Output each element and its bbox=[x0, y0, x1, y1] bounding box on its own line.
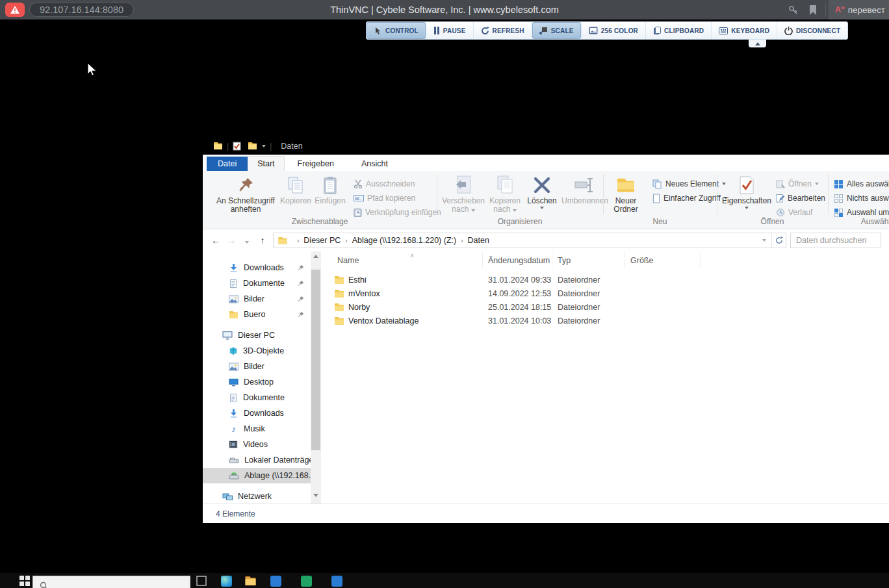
refresh-address-button[interactable] bbox=[771, 233, 786, 248]
column-header-name[interactable]: Name bbox=[321, 251, 483, 268]
new-item-button[interactable]: Neues Element bbox=[652, 177, 726, 190]
breadcrumb[interactable]: › Dieser PC › Ablage (\\192.168.1.220) (… bbox=[273, 233, 786, 248]
column-header-date[interactable]: Änderungsdatum bbox=[483, 251, 552, 268]
color-button[interactable]: 256 COLOR bbox=[582, 22, 646, 39]
pin-to-quick-access-button[interactable]: An Schnellzugriff anheften bbox=[214, 173, 277, 214]
easy-access-icon bbox=[652, 194, 660, 203]
crumb-dieser-pc[interactable]: Dieser PC bbox=[303, 236, 341, 245]
open-button[interactable]: Öffnen bbox=[776, 177, 819, 190]
power-icon bbox=[784, 27, 793, 35]
warning-badge-icon[interactable] bbox=[5, 3, 25, 17]
ribbon: An Schnellzugriff anheften Kopieren Einf… bbox=[203, 171, 889, 229]
pin-icon bbox=[297, 296, 304, 303]
recent-locations-button[interactable] bbox=[239, 235, 255, 246]
scroll-down-arrow[interactable] bbox=[311, 491, 321, 500]
bookmark-icon[interactable] bbox=[803, 3, 823, 17]
select-none-button[interactable]: Nichts auswählen bbox=[834, 192, 889, 205]
move-to-button[interactable]: Verschieben nach bbox=[442, 173, 485, 214]
mouse-icon bbox=[374, 27, 382, 35]
sidebar-item-desktop[interactable]: Desktop bbox=[203, 374, 311, 390]
tab-start[interactable]: Start bbox=[248, 156, 284, 171]
sidebar-item-3d-objekte[interactable]: 3D-Objekte bbox=[203, 343, 311, 359]
sidebar-item-downloads-quick[interactable]: Downloads bbox=[203, 260, 311, 275]
group-label-clipboard: Zwischenablage bbox=[203, 217, 437, 226]
crumb-daten[interactable]: Daten bbox=[468, 236, 489, 245]
sidebar-item-videos[interactable]: Videos bbox=[203, 437, 311, 452]
key-icon[interactable] bbox=[784, 3, 803, 17]
group-separator bbox=[437, 174, 437, 214]
tab-ansicht[interactable]: Ansicht bbox=[352, 157, 397, 171]
path-icon: W.. bbox=[354, 194, 364, 202]
cut-button[interactable]: Ausschneiden bbox=[354, 177, 415, 190]
select-all-button[interactable]: Alles auswählen bbox=[834, 177, 889, 190]
search-input[interactable] bbox=[790, 233, 881, 248]
edit-button[interactable]: Bearbeiten bbox=[776, 192, 825, 205]
desktop-icon bbox=[229, 377, 238, 387]
forward-button[interactable]: → bbox=[224, 235, 239, 246]
sidebar-item-lokaler-datentraeger[interactable]: Lokaler Datenträger bbox=[203, 452, 311, 468]
scrollbar-thumb[interactable] bbox=[311, 270, 320, 450]
column-header-type[interactable]: Typ bbox=[552, 251, 625, 268]
app-icon[interactable] bbox=[331, 576, 342, 587]
scale-button[interactable]: SCALE bbox=[532, 22, 582, 39]
address-bar[interactable]: 92.107.16.144:8080 bbox=[29, 3, 134, 17]
column-header-size[interactable]: Größe bbox=[625, 251, 701, 268]
excel-icon[interactable] bbox=[301, 576, 312, 587]
sidebar-item-dokumente[interactable]: Dokumente bbox=[203, 390, 311, 405]
back-button[interactable]: ← bbox=[208, 235, 224, 246]
sidebar-item-netzwerk[interactable]: Netzwerk bbox=[203, 489, 311, 504]
up-button[interactable]: ↑ bbox=[255, 235, 270, 246]
download-arrow-icon bbox=[229, 263, 238, 273]
tab-freigeben[interactable]: Freigeben bbox=[289, 157, 343, 171]
crumb-ablage[interactable]: Ablage (\\192.168.1.220) (Z:) bbox=[352, 236, 457, 245]
sidebar-item-bilder[interactable]: Bilder bbox=[203, 359, 311, 374]
copy-path-button[interactable]: W.. Pfad kopieren bbox=[354, 192, 415, 205]
copy-to-button[interactable]: Kopieren nach bbox=[486, 173, 524, 214]
explorer-titlebar[interactable]: | | Daten bbox=[203, 137, 889, 155]
copy-button[interactable]: Kopieren bbox=[278, 173, 313, 205]
paste-button[interactable]: Einfügen bbox=[312, 173, 348, 205]
folder-icon bbox=[334, 275, 344, 285]
search-icon bbox=[40, 582, 48, 588]
sidebar-item-bilder-quick[interactable]: Bilder bbox=[203, 291, 311, 307]
edge-browser-icon[interactable] bbox=[221, 576, 232, 587]
rename-button[interactable]: Umbenennen bbox=[560, 173, 610, 205]
file-explorer-icon[interactable] bbox=[244, 576, 257, 586]
new-folder-quick-icon[interactable] bbox=[248, 142, 257, 150]
tab-datei[interactable]: Datei bbox=[207, 157, 248, 171]
clipboard-button[interactable]: CLIPBOARD bbox=[646, 22, 712, 39]
sidebar-item-dokumente-quick[interactable]: Dokumente bbox=[203, 275, 311, 291]
control-button[interactable]: CONTROL bbox=[367, 22, 426, 39]
divider: | bbox=[227, 142, 229, 151]
toolbar-collapse-tab[interactable] bbox=[749, 40, 766, 47]
group-label-organize: Organisieren bbox=[437, 217, 603, 226]
properties-button[interactable]: Eigenschaften bbox=[723, 173, 771, 209]
refresh-button[interactable]: REFRESH bbox=[474, 22, 532, 39]
task-view-button[interactable] bbox=[196, 576, 207, 586]
disconnect-button[interactable]: DISCONNECT bbox=[777, 22, 847, 39]
taskbar-search-box[interactable] bbox=[32, 576, 190, 588]
folder-icon bbox=[616, 177, 636, 194]
invert-selection-icon bbox=[834, 208, 844, 218]
sidebar-scrollbar[interactable] bbox=[311, 251, 321, 504]
properties-quick-icon[interactable] bbox=[233, 142, 241, 151]
scroll-up-arrow[interactable] bbox=[311, 251, 321, 261]
chevron-down-icon[interactable] bbox=[262, 145, 266, 147]
start-button[interactable] bbox=[19, 576, 30, 586]
sidebar-item-buero-quick[interactable]: Buero bbox=[203, 307, 311, 322]
pause-button[interactable]: PAUSE bbox=[426, 22, 474, 39]
keyboard-button[interactable]: KEYBOARD bbox=[712, 22, 777, 39]
delete-x-icon bbox=[533, 176, 551, 194]
sidebar-item-ablage-selected[interactable]: Ablage (\\192.168.1.. bbox=[203, 468, 311, 483]
new-folder-button[interactable]: Neuer Ordner bbox=[607, 173, 645, 214]
word-icon[interactable] bbox=[270, 576, 281, 587]
sidebar-item-musik[interactable]: ♪ Musik bbox=[203, 421, 311, 437]
translate-extension[interactable]: Aж перевест bbox=[829, 0, 889, 19]
delete-button[interactable]: Löschen bbox=[525, 173, 559, 209]
sidebar-item-dieser-pc[interactable]: Dieser PC bbox=[203, 327, 311, 343]
sidebar-item-downloads[interactable]: Downloads bbox=[203, 405, 311, 421]
copy-pages-icon bbox=[287, 176, 304, 194]
window-title: Daten bbox=[281, 142, 302, 151]
address-dropdown-button[interactable] bbox=[757, 233, 771, 248]
pin-icon bbox=[297, 280, 304, 287]
